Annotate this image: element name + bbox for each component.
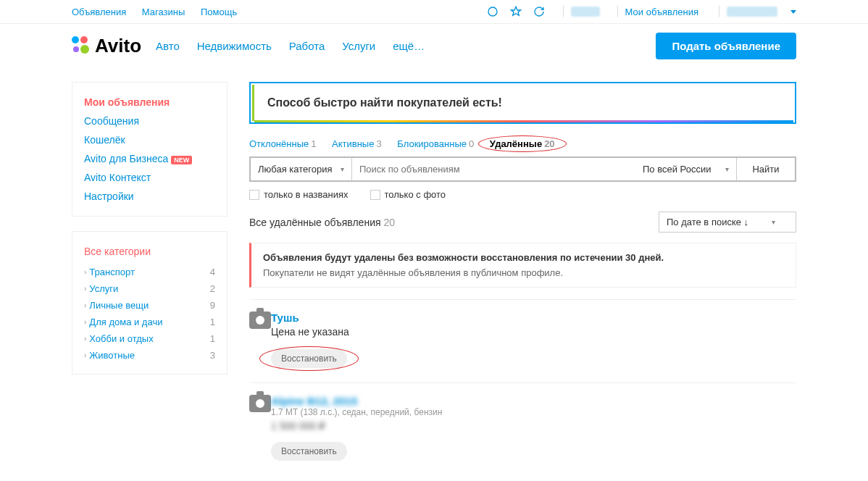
sidebar-item-messages[interactable]: Сообщения (84, 112, 215, 130)
restore-button[interactable]: Восстановить (271, 442, 347, 461)
user-region-blur (571, 7, 600, 17)
chevron-right-icon: › (84, 301, 86, 309)
topbar-left: Объявления Магазины Помощь (72, 7, 250, 17)
listing-price-blurred: 1 500 000 ₽ (271, 420, 442, 432)
warning-box: Объявления будут удалены без возможности… (249, 243, 796, 288)
chevron-right-icon: › (84, 351, 86, 359)
promo-banner[interactable]: Способ быстро найти покупателей есть! (249, 82, 796, 124)
warning-line-2: Покупатели не видят удалённые объявления… (263, 267, 784, 278)
nav-auto[interactable]: Авто (156, 40, 180, 52)
sidebar-item-business[interactable]: Avito для БизнесаNEW (84, 149, 215, 168)
tab-Отклонённые[interactable]: Отклонённые1 (249, 138, 316, 149)
username-blur[interactable] (727, 7, 777, 17)
nav-realty[interactable]: Недвижимость (197, 40, 272, 52)
logo-text: Avito (95, 35, 141, 57)
sidebar-cat-item[interactable]: ›Для дома и дачи1 (84, 314, 215, 330)
sidebar-item-wallet[interactable]: Кошелёк (84, 130, 215, 149)
separator (617, 6, 618, 17)
cat-count: 2 (210, 283, 215, 294)
cat-count: 1 (210, 317, 215, 327)
highlight-circle: Удалённые20 (490, 138, 555, 149)
sidebar-cat-item[interactable]: ›Животные3 (84, 347, 215, 364)
sort-select[interactable]: По дате в поиске ↓▾ (659, 212, 796, 233)
listing-title[interactable]: Тушь (271, 311, 349, 324)
new-badge: NEW (171, 156, 192, 164)
topbar-my-ads[interactable]: Мои объявления (625, 7, 698, 17)
sidebar-cats-head[interactable]: Все категории (84, 242, 215, 261)
chevron-right-icon: › (84, 335, 86, 343)
refresh-icon[interactable] (533, 5, 546, 18)
chevron-down-icon: ▾ (772, 218, 775, 226)
separator (563, 6, 564, 17)
search-category-select[interactable]: Любая категория▾ (251, 158, 352, 180)
restore-button[interactable]: Восстановить (271, 349, 347, 368)
cat-label: Животные (89, 350, 135, 361)
chevron-down-icon: ▾ (341, 165, 344, 173)
header-nav: Авто Недвижимость Работа Услуги ещё… (156, 40, 439, 52)
highlight-circle: Восстановить (271, 349, 347, 368)
nav-services[interactable]: Услуги (342, 40, 375, 52)
search-input[interactable] (352, 158, 635, 180)
chevron-down-icon[interactable] (790, 10, 796, 14)
topbar-link-ads[interactable]: Объявления (72, 7, 126, 17)
sidebar-menu: Мои объявления Сообщения Кошелёк Avito д… (72, 82, 228, 217)
banner-title: Способ быстро найти покупателей есть! (267, 96, 780, 109)
tabs: Отклонённые1 Активные3 Блокированные0 Уд… (249, 138, 796, 149)
search-row: Любая категория▾ По всей России▾ Найти (249, 156, 796, 182)
cat-count: 1 (210, 333, 215, 344)
listing-item: Alpine B12, 2015 1.7 MT (138 л.с.), седа… (249, 382, 796, 461)
favorites-icon[interactable] (509, 5, 522, 18)
sidebar-cat-item[interactable]: ›Транспорт4 (84, 264, 215, 280)
tab-Блокированные[interactable]: Блокированные0 (397, 138, 474, 149)
cat-label: Личные вещи (89, 300, 149, 311)
chevron-right-icon: › (84, 285, 86, 293)
chevron-right-icon: › (84, 318, 86, 326)
listing-thumbnail[interactable] (249, 395, 271, 461)
topbar-right: Мои объявления (486, 5, 796, 18)
sidebar-item-settings[interactable]: Настройки (84, 187, 215, 206)
listing-title-blurred[interactable]: Alpine B12, 2015 (271, 395, 442, 407)
sidebar-cat-item[interactable]: ›Услуги2 (84, 280, 215, 297)
camera-icon (249, 311, 271, 329)
topbar-link-shops[interactable]: Магазины (142, 7, 185, 17)
cat-label: Для дома и дачи (89, 317, 162, 327)
cat-count: 4 (210, 267, 215, 277)
cat-label: Транспорт (89, 267, 135, 277)
listing-item: Тушь Цена не указана Восстановить (249, 299, 796, 368)
header: Avito Авто Недвижимость Работа Услуги ещ… (72, 24, 796, 67)
cat-count: 9 (210, 300, 215, 311)
chevron-right-icon: › (84, 268, 86, 276)
listing-subtitle: 1.7 MT (138 л.с.), седан, передний, бенз… (271, 407, 442, 417)
checkbox-icon (370, 190, 380, 200)
svg-point-0 (488, 7, 497, 16)
sidebar-cat-item[interactable]: ›Личные вещи9 (84, 297, 215, 314)
sidebar-item-my-ads[interactable]: Мои объявления (84, 93, 215, 112)
logo-icon (72, 36, 91, 55)
search-region-select[interactable]: По всей России▾ (635, 158, 737, 180)
listing-price: Цена не указана (271, 326, 349, 338)
chevron-down-icon: ▾ (725, 165, 729, 173)
logo[interactable]: Avito (72, 35, 141, 57)
tab-Активные[interactable]: Активные3 (332, 138, 382, 149)
warning-line-1: Объявления будут удалены без возможности… (263, 252, 784, 263)
cat-count: 3 (210, 350, 215, 361)
messages-icon[interactable] (486, 5, 499, 18)
sidebar-item-context[interactable]: Avito Контекст (84, 168, 215, 187)
sidebar-cat-item[interactable]: ›Хобби и отдых1 (84, 330, 215, 347)
search-button[interactable]: Найти (737, 158, 795, 180)
filter-photo-only[interactable]: только с фото (370, 189, 446, 200)
sidebar-categories: Все категории ›Транспорт4›Услуги2›Личные… (72, 231, 228, 375)
cat-label: Услуги (89, 283, 118, 294)
topbar-link-help[interactable]: Помощь (201, 7, 237, 17)
listing-thumbnail[interactable] (249, 311, 271, 368)
nav-job[interactable]: Работа (289, 40, 325, 52)
nav-more[interactable]: ещё… (393, 40, 425, 52)
filter-titles-only[interactable]: только в названиях (249, 189, 349, 200)
tab-Удалённые[interactable]: Удалённые20 (490, 138, 555, 149)
camera-icon (249, 395, 271, 412)
separator (719, 6, 719, 17)
list-header: Все удалённые объявления20 По дате в пои… (249, 212, 796, 233)
filter-row: только в названиях только с фото (249, 189, 796, 200)
list-title: Все удалённые объявления20 (249, 217, 395, 228)
post-ad-button[interactable]: Подать объявление (656, 33, 796, 59)
